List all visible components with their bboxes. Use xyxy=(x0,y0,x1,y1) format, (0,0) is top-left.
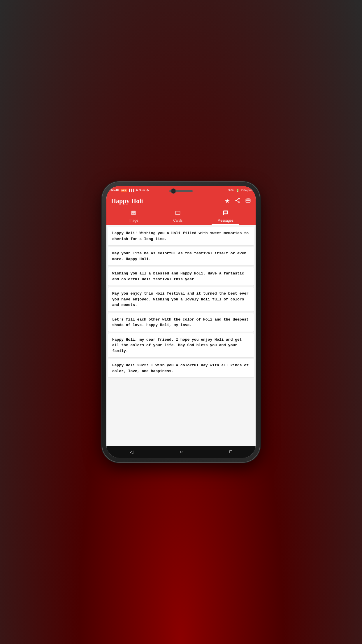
cards-tab-icon xyxy=(175,210,181,217)
tab-messages[interactable]: Messages xyxy=(212,208,239,225)
messages-tab-icon xyxy=(223,210,229,217)
message-text-3: Wishing you all a blessed and Happy Holi… xyxy=(112,271,250,282)
tab-messages-label: Messages xyxy=(217,218,233,223)
home-button[interactable]: ○ xyxy=(180,449,183,454)
net-badge: NET xyxy=(121,189,127,192)
message-card-3[interactable]: Wishing you all a blessed and Happy Holi… xyxy=(108,267,254,286)
favorite-icon[interactable]: ★ xyxy=(225,197,230,204)
time-display: 2:04 pm xyxy=(241,189,252,192)
messages-list: Happy Holi! Wishing you a Holi filled wi… xyxy=(106,225,256,446)
message-card-4[interactable]: May you enjoy this Holi festival and it … xyxy=(108,287,254,312)
status-bar: Jio 4G NET ▐▐▐ ⊛ ⇅ m ⊙ 39% 🔋 2:04 pm xyxy=(106,186,256,194)
tab-cards-label: Cards xyxy=(173,218,182,223)
nav-tabs: Image Cards Messag xyxy=(111,208,251,225)
battery-level: 39% xyxy=(228,189,234,192)
app-header: Happy Holi ★ xyxy=(106,194,256,225)
bottom-nav: ◁ ○ □ xyxy=(106,446,256,458)
share-icon[interactable] xyxy=(235,197,240,205)
message-card-6[interactable]: Happy Holi, my dear friend. I hope you e… xyxy=(108,333,254,358)
tab-image-label: Image xyxy=(129,218,138,223)
tab-image[interactable]: Image xyxy=(123,208,144,225)
message-card-2[interactable]: May your life be as colorful as the fest… xyxy=(108,247,254,265)
wifi-icon: ⊛ xyxy=(136,189,138,192)
message-card-5[interactable]: Let's fill each other with the color of … xyxy=(108,313,254,332)
battery-icon: 🔋 xyxy=(236,189,239,192)
message-text-7: Happy Holi 2022! I wish you a colorful d… xyxy=(112,363,250,374)
data-icon: m xyxy=(143,189,145,192)
status-right: 39% 🔋 2:04 pm xyxy=(228,189,252,192)
sync-icon: ⇅ xyxy=(139,189,141,192)
message-text-6: Happy Holi, my dear friend. I hope you e… xyxy=(112,337,250,354)
back-button[interactable]: ◁ xyxy=(130,449,133,455)
header-icons: ★ xyxy=(225,197,251,205)
phone-screen: Jio 4G NET ▐▐▐ ⊛ ⇅ m ⊙ 39% 🔋 2:04 pm Hap… xyxy=(106,186,256,458)
message-text-2: May your life be as colorful as the fest… xyxy=(112,251,250,262)
message-text-5: Let's fill each other with the color of … xyxy=(112,317,250,328)
message-card-1[interactable]: Happy Holi! Wishing you a Holi filled wi… xyxy=(108,227,254,245)
recent-button[interactable]: □ xyxy=(229,449,232,454)
message-card-7[interactable]: Happy Holi 2022! I wish you a colorful d… xyxy=(108,359,254,377)
phone-device: Jio 4G NET ▐▐▐ ⊛ ⇅ m ⊙ 39% 🔋 2:04 pm Hap… xyxy=(102,182,260,462)
message-text-4: May you enjoy this Holi festival and it … xyxy=(112,291,250,308)
gift-icon[interactable] xyxy=(245,197,251,205)
circle-icon: ⊙ xyxy=(146,189,149,192)
signal-icon: ▐▐▐ xyxy=(128,189,134,192)
image-tab-icon xyxy=(131,210,136,217)
message-text-1: Happy Holi! Wishing you a Holi filled wi… xyxy=(112,230,250,242)
tab-cards[interactable]: Cards xyxy=(167,208,188,225)
status-left: Jio 4G NET ▐▐▐ ⊛ ⇅ m ⊙ xyxy=(110,189,149,192)
app-title: Happy Holi xyxy=(111,197,143,205)
header-top: Happy Holi ★ xyxy=(111,197,251,205)
carrier-name: Jio 4G xyxy=(110,189,120,192)
